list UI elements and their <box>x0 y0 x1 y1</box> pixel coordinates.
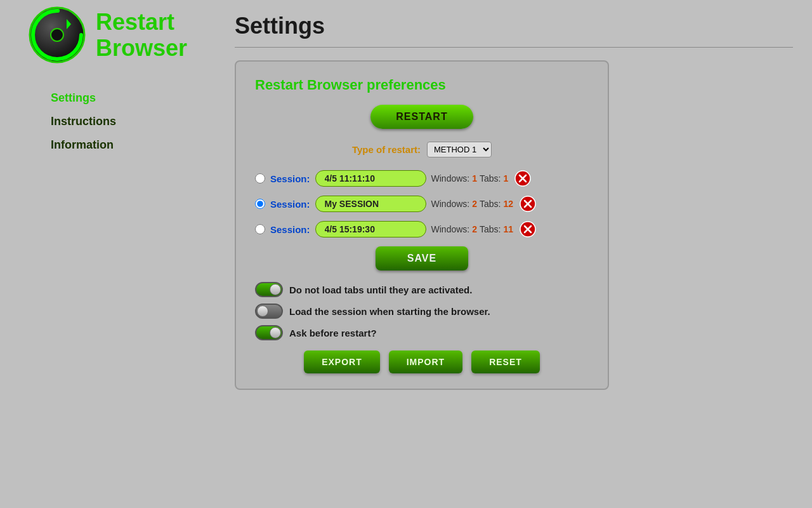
svg-point-3 <box>51 29 63 41</box>
toggle-row-3: Ask before restart? <box>255 325 589 340</box>
toggle-row-1: Do not load tabs until they are activate… <box>255 282 589 297</box>
export-button[interactable]: EXPORT <box>304 351 380 373</box>
toggle-label-1: Do not load tabs until they are activate… <box>289 284 472 295</box>
toggle-track-3[interactable] <box>255 325 283 340</box>
toggle-row-2: Load the session when starting the brows… <box>255 304 589 319</box>
toggle-thumb-1 <box>270 284 281 295</box>
session-input-3[interactable] <box>315 221 426 237</box>
restart-type-label: Type of restart: <box>352 144 421 155</box>
toggle-switch-1[interactable] <box>255 282 283 297</box>
session-label-2: Session: <box>270 199 310 210</box>
session-info-3: Windows: 2 Tabs: 11 <box>431 224 514 234</box>
delete-session-2[interactable] <box>520 196 536 212</box>
restart-type-select[interactable]: METHOD 1 METHOD 2 METHOD 3 <box>427 142 492 157</box>
session-row-3: Session: Windows: 2 Tabs: 11 <box>255 221 589 237</box>
main-content: Settings Restart Browser preferences RES… <box>216 0 812 508</box>
session-row-1: Session: Windows: 1 Tabs: 1 <box>255 170 589 187</box>
restart-button[interactable]: RESTART <box>370 105 473 129</box>
sidebar: Restart Browser Settings Instructions In… <box>0 0 216 508</box>
import-button[interactable]: IMPORT <box>389 351 462 373</box>
session-label-3: Session: <box>270 224 310 235</box>
nav-links: Settings Instructions Information <box>0 89 216 154</box>
session-label-1: Session: <box>270 173 310 184</box>
bottom-buttons: EXPORT IMPORT RESET <box>255 351 589 373</box>
delete-session-3[interactable] <box>520 221 536 237</box>
toggle-label-2: Load the session when starting the brows… <box>289 306 490 317</box>
toggle-thumb-3 <box>270 327 281 338</box>
delete-session-1[interactable] <box>514 170 531 187</box>
nav-item-settings[interactable]: Settings <box>51 89 96 107</box>
prefs-title: Restart Browser preferences <box>255 77 589 93</box>
delete-icon-1 <box>514 170 531 187</box>
restart-type-row: Type of restart: METHOD 1 METHOD 2 METHO… <box>255 142 589 157</box>
session-radio-1[interactable] <box>255 173 265 184</box>
toggle-thumb-2 <box>257 305 268 317</box>
title-divider <box>235 47 793 48</box>
app-title: Restart Browser <box>96 9 187 62</box>
save-button[interactable]: SAVE <box>376 246 468 271</box>
toggle-label-3: Ask before restart? <box>289 328 377 338</box>
prefs-panel: Restart Browser preferences RESTART Type… <box>235 60 609 390</box>
session-input-2[interactable] <box>315 196 426 212</box>
session-input-1[interactable] <box>315 170 426 187</box>
nav-item-information[interactable]: Information <box>51 136 114 154</box>
toggle-track-1[interactable] <box>255 282 283 297</box>
logo-area: Restart Browser <box>29 6 187 64</box>
session-radio-2[interactable] <box>255 199 265 209</box>
nav-item-instructions[interactable]: Instructions <box>51 112 116 131</box>
toggle-track-2[interactable] <box>255 304 283 319</box>
delete-icon-3 <box>520 221 536 237</box>
session-info-2: Windows: 2 Tabs: 12 <box>431 199 514 209</box>
delete-icon-2 <box>520 196 536 212</box>
session-info-1: Windows: 1 Tabs: 1 <box>431 173 509 184</box>
app-logo-icon <box>29 6 86 64</box>
page-title: Settings <box>235 13 793 39</box>
toggle-switch-3[interactable] <box>255 325 283 340</box>
session-radio-3[interactable] <box>255 224 265 234</box>
session-row-2: Session: Windows: 2 Tabs: 12 <box>255 196 589 212</box>
reset-button[interactable]: RESET <box>471 351 540 373</box>
toggle-switch-2[interactable] <box>255 304 283 319</box>
